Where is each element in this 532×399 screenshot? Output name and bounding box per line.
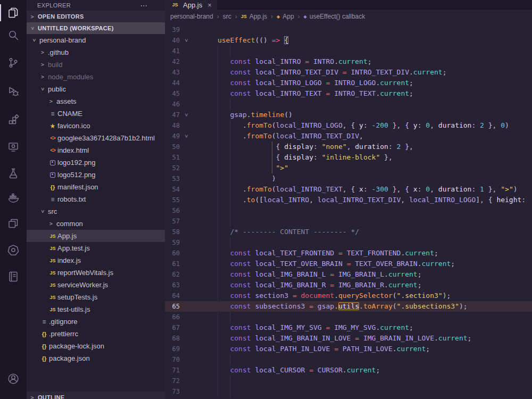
fold-chevron-icon[interactable]: > [181, 37, 192, 44]
code-line[interactable]: 50 { display: "none", duration: 2 }, [165, 142, 532, 152]
code-editor[interactable]: 3940> useEffect(() => {4142 const local_… [165, 23, 532, 399]
tree-item--prettierrc[interactable]: {}.prettierrc [27, 328, 165, 340]
tree-item-manifest-json[interactable]: {}manifest.json [27, 181, 165, 193]
code-line[interactable]: 61 const local_TEXT_OVER_BRAIN = TEXT_OV… [165, 259, 532, 269]
tree-item-common[interactable]: >common [27, 218, 165, 230]
sidebar-title: EXPLORER ⋯ [27, 0, 165, 11]
code-line[interactable]: 43 const local_INTRO_TEXT_DIV = INTRO_TE… [165, 67, 532, 78]
code-line[interactable]: 62 const local_IMG_BRAIN_L = IMG_BRAIN_L… [165, 269, 532, 280]
breadcrumb-item[interactable]: ◆useEffect() callback [304, 13, 365, 20]
kubernetes-icon[interactable] [0, 239, 27, 261]
code-line[interactable]: 41 [165, 46, 532, 56]
code-line[interactable]: 48 .fromTo(local_INTRO_LOGO, { y: -200 }… [165, 120, 532, 131]
code-line[interactable]: 52 ">" [165, 163, 532, 173]
open-editors-header[interactable]: > OPEN EDITORS [27, 11, 165, 22]
fold-chevron-icon[interactable]: > [181, 133, 192, 139]
tree-item-index-js[interactable]: JSindex.js [27, 254, 165, 267]
breadcrumb-item[interactable]: personal-brand [170, 13, 213, 20]
tree-item-favicon-ico[interactable]: ★favicon.ico [27, 120, 165, 132]
tree-item-public[interactable]: >public [27, 83, 165, 95]
tree-item-setuptests-js[interactable]: JSsetupTests.js [27, 291, 165, 303]
tree-item-app-test-js[interactable]: JSApp.test.js [27, 242, 165, 254]
tree-item-googlee3a3671428a7b1b2-html[interactable]: <>googlee3a3671428a7b1b2.html [27, 132, 165, 144]
tree-item-logo512-png[interactable]: logo512.png [27, 169, 165, 181]
code-line[interactable]: 46 [165, 99, 532, 110]
code-line[interactable]: 65 const subsections3 = gsap.utils.toArr… [165, 301, 532, 312]
docker-icon[interactable] [0, 187, 27, 209]
code-text: const local_INTRO_TEXT_DIV = INTRO_TEXT_… [193, 67, 532, 78]
code-line[interactable]: 69 const local_PATH_IN_LOVE = PATH_IN_LO… [165, 344, 532, 354]
breadcrumb-item[interactable]: src [223, 13, 231, 20]
indent-guide [230, 376, 230, 386]
code-line[interactable]: 70 [165, 354, 532, 365]
code-line[interactable]: 47> gsap.timeline() [165, 110, 532, 120]
line-number: 50 [165, 142, 180, 152]
tree-item-node-modules[interactable]: >node_modules [27, 71, 165, 83]
tree-item-package-json[interactable]: {}package.json [27, 352, 165, 364]
tree-item-src[interactable]: >src [27, 205, 165, 218]
code-line[interactable]: 63 const local_IMG_BRAIN_R = IMG_BRAIN_R… [165, 280, 532, 290]
chevron-right-icon: > [29, 14, 36, 20]
code-line[interactable]: 67 const local_IMG_MY_SVG = IMG_MY_SVG.c… [165, 322, 532, 333]
code-line[interactable]: 56 [165, 205, 532, 216]
code-line[interactable]: 68 const local_IMG_BRAIN_IN_LOVE = IMG_B… [165, 333, 532, 344]
notebook-icon[interactable] [0, 266, 27, 287]
tree-item-cname[interactable]: ≡CNAME [27, 107, 165, 120]
fold-chevron-icon[interactable]: > [181, 112, 192, 118]
more-actions-icon[interactable]: ⋯ [140, 1, 148, 10]
tree-item-package-lock-json[interactable]: {}package-lock.json [27, 340, 165, 352]
tab-app-js[interactable]: JS App.js × [165, 0, 217, 10]
code-line[interactable]: 55 .to([local_INTRO, local_INTRO_TEXT_DI… [165, 195, 532, 205]
line-number: 52 [165, 163, 180, 173]
code-line[interactable]: 40> useEffect(() => { [165, 35, 532, 46]
code-line[interactable]: 72 [165, 376, 532, 386]
test-flask-icon[interactable] [0, 163, 27, 184]
search-icon[interactable] [0, 24, 27, 46]
code-line[interactable]: 44 const local_INTRO_LOGO = INTRO_LOGO.c… [165, 78, 532, 88]
breadcrumb-separator: › [271, 13, 273, 20]
breadcrumb-item[interactable]: JSApp.js [241, 13, 267, 20]
code-line[interactable]: 64 const section3 = document.querySelect… [165, 290, 532, 301]
code-line[interactable]: 59 [165, 237, 532, 248]
code-line[interactable]: 58 /* -------- CONTENT -------- */ [165, 227, 532, 237]
code-line[interactable]: 49> .fromTo(local_INTRO_TEXT_DIV, [165, 131, 532, 142]
run-debug-icon[interactable] [0, 81, 27, 102]
account-icon[interactable] [0, 368, 27, 389]
code-line[interactable]: 73 [165, 386, 532, 397]
tree-item--gitignore[interactable]: ≡.gitignore [27, 315, 165, 328]
outline-header[interactable]: > OUTLINE [27, 392, 165, 399]
code-line[interactable]: 57 [165, 216, 532, 227]
workspace-header[interactable]: > UNTITLED (WORKSPACE) [27, 22, 165, 34]
code-line[interactable]: 54 .fromTo(local_INTRO_TEXT, { x: -300 }… [165, 184, 532, 195]
code-line[interactable]: 39 [165, 24, 532, 35]
tree-item-robots-txt[interactable]: ≡robots.txt [27, 193, 165, 205]
line-number: 68 [165, 333, 180, 344]
code-line[interactable]: 45 const local_INTRO_TEXT = INTRO_TEXT.c… [165, 88, 532, 99]
indent-guide [230, 99, 230, 110]
code-line[interactable]: 60 const local_TEXT_FRONTEND = TEXT_FRON… [165, 248, 532, 259]
code-line[interactable]: 42 const local_INTRO = INTRO.current; [165, 56, 532, 67]
tree-item-reportwebvitals-js[interactable]: JSreportWebVitals.js [27, 267, 165, 279]
source-control-icon[interactable] [0, 52, 27, 73]
code-line[interactable]: 71 const local_CURSOR = CURSOR.current; [165, 365, 532, 376]
line-number: 71 [165, 365, 180, 376]
line-number: 55 [165, 195, 180, 205]
code-line[interactable]: 51 { display: "inline-block" }, [165, 152, 532, 163]
tree-item-index-html[interactable]: <>index.html [27, 144, 165, 156]
tree-item-test-utils-js[interactable]: JStest-utils.js [27, 303, 165, 315]
tree-item-logo192-png[interactable]: logo192.png [27, 156, 165, 169]
code-line[interactable]: 66 [165, 312, 532, 322]
breadcrumb-item[interactable]: ◆App [277, 13, 294, 20]
tree-item--github[interactable]: >.github [27, 46, 165, 59]
explorer-icon[interactable] [0, 2, 27, 23]
code-line[interactable]: 53 ) [165, 173, 532, 184]
tree-item-assets[interactable]: >assets [27, 95, 165, 107]
close-tab-icon[interactable]: × [207, 1, 212, 9]
tree-item-build[interactable]: >build [27, 59, 165, 71]
windows-icon[interactable] [0, 213, 27, 234]
extensions-icon[interactable] [0, 110, 27, 131]
tree-item-personal-brand[interactable]: >personal-brand [27, 34, 165, 46]
tree-item-serviceworker-js[interactable]: JSserviceWorker.js [27, 279, 165, 291]
remote-explorer-icon[interactable] [0, 136, 27, 157]
tree-item-app-js[interactable]: JSApp.js [27, 230, 165, 242]
